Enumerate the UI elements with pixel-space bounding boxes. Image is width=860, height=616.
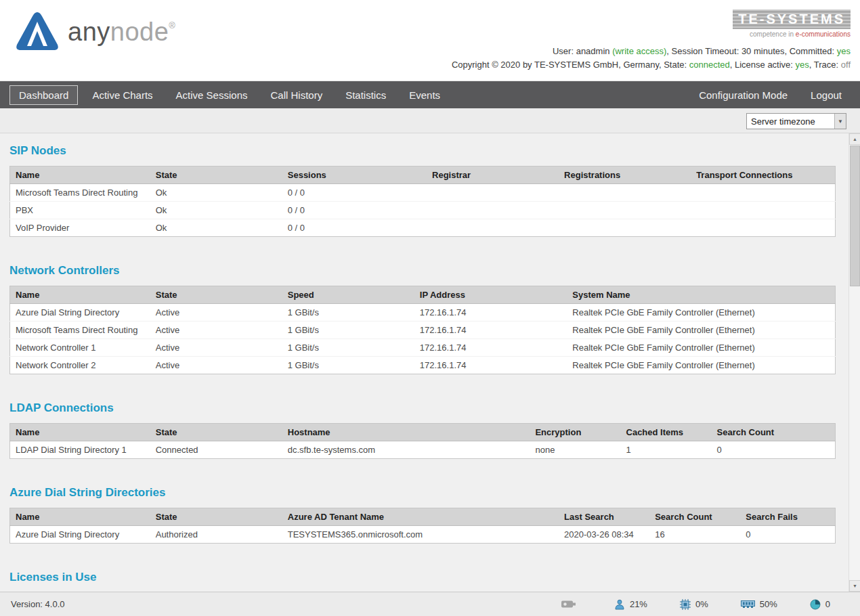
column-header: Azure AD Tenant Name xyxy=(282,508,559,526)
sip-nodes-table: NameStateSessionsRegistrarRegistrationsT… xyxy=(9,166,836,237)
state-cell: Active xyxy=(150,322,282,339)
table-cell: 172.16.1.74 xyxy=(414,357,567,374)
table-cell: 1 GBit/s xyxy=(282,322,414,339)
timezone-selected-value: Server timezone xyxy=(747,116,834,127)
app-header: anynode® TE-SYSTEMS competence in e-comm… xyxy=(0,0,860,81)
brand-any: any xyxy=(68,18,110,46)
column-header: Last Search xyxy=(559,508,649,526)
section-title-licenses-in-use: Licenses in Use xyxy=(9,571,836,584)
table-cell: 0 xyxy=(712,441,836,459)
table-cell: 1 xyxy=(621,441,712,459)
state-cell: Connected xyxy=(150,441,282,459)
column-header: State xyxy=(150,167,282,184)
table-cell: Realtek PCIe GbE Family Controller (Ethe… xyxy=(567,339,835,357)
state-cell: Active xyxy=(150,339,282,357)
timezone-select[interactable]: Server timezone ▼ xyxy=(746,113,846,129)
tab-active-sessions[interactable]: Active Sessions xyxy=(167,86,257,104)
table-header-row: NameStateSessionsRegistrarRegistrationsT… xyxy=(10,167,836,184)
table-cell: 172.16.1.74 xyxy=(414,339,567,357)
session-info-line2: Copyright © 2020 by TE-SYSTEMS GmbH, Ger… xyxy=(452,58,851,72)
tab-dashboard[interactable]: Dashboard xyxy=(9,85,78,105)
table-header-row: NameStateHostnameEncryptionCached ItemsS… xyxy=(10,424,836,441)
te-systems-wordmark: TE-SYSTEMS xyxy=(733,9,851,29)
table-cell: 2020-03-26 08:34 xyxy=(559,526,649,544)
table-cell: PBX xyxy=(10,202,150,219)
status-meters: 21% 0% xyxy=(561,599,849,610)
table-cell: Azure Dial String Directory xyxy=(10,526,150,544)
section-sip-nodes: SIP Nodes NameStateSessionsRegistrarRegi… xyxy=(9,144,836,237)
table-cell: 0 / 0 xyxy=(282,202,427,219)
session-info: User: anadmin (write access), Session Ti… xyxy=(452,45,851,72)
scroll-down-arrow-icon[interactable]: ▼ xyxy=(849,580,860,592)
table-cell: 172.16.1.74 xyxy=(414,304,567,322)
tab-events[interactable]: Events xyxy=(400,86,449,104)
table-cell xyxy=(691,202,835,219)
chevron-down-icon[interactable]: ▼ xyxy=(834,114,846,129)
anynode-logo: anynode® xyxy=(15,11,175,53)
section-ldap-connections: LDAP Connections NameStateHostnameEncryp… xyxy=(9,401,836,459)
trace-status: off xyxy=(841,60,851,70)
azure-directories-table: NameStateAzure AD Tenant NameLast Search… xyxy=(9,508,836,544)
nav-configuration-mode[interactable]: Configuration Mode xyxy=(690,86,796,104)
state-cell: Active xyxy=(150,357,282,374)
connection-status: connected xyxy=(689,60,730,70)
state-cell: Ok xyxy=(150,202,282,219)
table-cell: Realtek PCIe GbE Family Controller (Ethe… xyxy=(567,304,835,322)
tab-call-history[interactable]: Call History xyxy=(261,86,331,104)
table-cell: Network Controller 1 xyxy=(10,339,150,357)
sessions-value: 21% xyxy=(630,599,647,609)
nav-logout[interactable]: Logout xyxy=(802,86,851,104)
disk-meter: 0 xyxy=(810,599,830,610)
table-cell: TESYSTEMS365.onmicrosoft.com xyxy=(282,526,559,544)
tab-statistics[interactable]: Statistics xyxy=(337,86,395,104)
table-header-row: NameStateAzure AD Tenant NameLast Search… xyxy=(10,508,836,526)
tab-active-charts[interactable]: Active Charts xyxy=(83,86,161,104)
column-header: System Name xyxy=(567,286,835,304)
table-cell: Azure Dial String Directory xyxy=(10,304,150,322)
table-header-row: NameStateSpeedIP AddressSystem Name xyxy=(10,286,836,304)
license-dongle-indicator xyxy=(561,600,582,609)
column-header: Search Fails xyxy=(740,508,835,526)
vertical-scrollbar[interactable]: ▲ ▼ xyxy=(848,133,860,592)
table-cell: Microsoft Teams Direct Routing xyxy=(10,322,150,339)
table-cell xyxy=(427,202,559,219)
table-cell: LDAP Dial String Directory 1 xyxy=(10,441,150,459)
table-row: LDAP Dial String Directory 1Connecteddc.… xyxy=(10,441,836,459)
section-title-sip-nodes: SIP Nodes xyxy=(9,144,836,158)
table-row: Network Controller 2Active1 GBit/s172.16… xyxy=(10,357,836,374)
state-cell: Ok xyxy=(150,219,282,237)
table-row: VoIP ProviderOk0 / 0 xyxy=(10,219,836,237)
table-cell: 1 GBit/s xyxy=(282,357,414,374)
table-cell: 0 / 0 xyxy=(282,219,427,237)
table-row: Microsoft Teams Direct RoutingOk0 / 0 xyxy=(10,184,836,202)
section-network-controllers: Network Controllers NameStateSpeedIP Add… xyxy=(9,264,836,374)
anynode-wordmark: anynode® xyxy=(68,18,175,47)
column-header: Name xyxy=(10,424,150,441)
sessions-icon xyxy=(614,599,625,610)
anynode-triangle-icon xyxy=(15,11,60,53)
memory-meter: 50% xyxy=(741,599,777,609)
main-nav: Dashboard Active Charts Active Sessions … xyxy=(0,81,860,108)
ldap-connections-table: NameStateHostnameEncryptionCached ItemsS… xyxy=(9,423,836,459)
column-header: Name xyxy=(10,508,150,526)
sessions-meter: 21% xyxy=(614,599,647,610)
table-cell: Realtek PCIe GbE Family Controller (Ethe… xyxy=(567,357,835,374)
section-title-azure-directories: Azure Dial String Directories xyxy=(9,486,836,500)
scroll-up-arrow-icon[interactable]: ▲ xyxy=(849,133,860,145)
license-status: yes xyxy=(796,60,809,70)
disk-icon xyxy=(810,599,821,610)
column-header: Search Count xyxy=(649,508,740,526)
table-cell: 0 / 0 xyxy=(282,184,427,202)
table-cell: dc.sfb.te-systems.com xyxy=(282,441,530,459)
table-row: Network Controller 1Active1 GBit/s172.16… xyxy=(10,339,836,357)
section-title-ldap-connections: LDAP Connections xyxy=(9,401,836,415)
column-header: State xyxy=(150,286,282,304)
scrollbar-thumb[interactable] xyxy=(850,146,860,286)
table-cell: Realtek PCIe GbE Family Controller (Ethe… xyxy=(567,322,835,339)
version-label: Version: 4.0.0 xyxy=(11,599,65,609)
table-cell: 16 xyxy=(649,526,740,544)
table-cell xyxy=(559,184,691,202)
brand-registered-mark: ® xyxy=(169,20,175,30)
committed-status: yes xyxy=(837,46,851,56)
column-header: Registrar xyxy=(427,167,559,184)
